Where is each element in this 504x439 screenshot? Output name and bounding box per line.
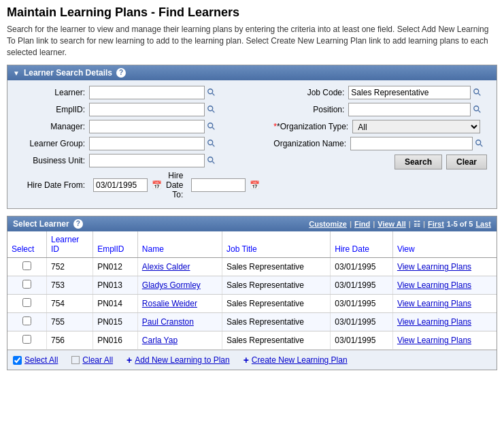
select-all-item: Select All [13,355,58,365]
clear-button[interactable]: Clear [446,155,487,169]
cell-view-link[interactable]: View Learning Plans [397,336,471,345]
svg-point-14 [476,140,481,145]
find-link[interactable]: Find [354,220,370,228]
job-code-lookup-icon[interactable] [472,87,483,98]
row-checkbox-0[interactable] [22,261,31,270]
learner-lookup-icon[interactable] [206,87,217,98]
pagination-info: 1-5 of 5 [447,220,473,228]
cell-job-title: Sales Representative [222,276,330,295]
first-link[interactable]: First [428,220,444,228]
cell-hire-date: 03/01/1995 [331,331,393,350]
cell-name-link[interactable]: Alexis Calder [142,262,190,272]
emplid-input[interactable] [89,103,205,116]
org-type-select[interactable]: All Department Business Unit [352,120,480,133]
org-type-row: *Organization Type: All Department Busin… [273,120,490,133]
cell-emplid: PN016 [93,331,138,350]
search-header: ▼ Learner Search Details ? [7,65,497,80]
learner-section: Select Learner ? Customize | Find | View… [7,216,497,370]
search-button[interactable]: Search [394,155,442,169]
row-checkbox-4[interactable] [22,335,31,344]
svg-line-3 [212,111,214,113]
learner-input[interactable] [89,86,205,99]
row-checkbox-3[interactable] [22,316,31,325]
svg-point-10 [474,89,479,94]
cell-learner-id: 753 [47,276,93,295]
cell-name-link[interactable]: Paul Cranston [142,317,194,327]
cell-hire-date: 03/01/1995 [331,276,393,295]
cell-learner-id: 754 [47,295,93,313]
business-unit-lookup-icon[interactable] [206,155,217,166]
svg-line-13 [479,111,481,113]
search-buttons: Search Clear [273,155,490,169]
manager-label: Manager: [14,122,89,131]
add-new-learning-item: + Add New Learning to Plan [127,355,230,365]
search-help-icon[interactable]: ? [116,68,126,78]
collapse-icon[interactable]: ▼ [13,69,20,77]
hire-date-row: Hire Date From: 📅 Hire Date To: 📅 [14,171,260,199]
learner-help-icon[interactable]: ? [73,219,83,229]
create-new-plan-item: + Create New Learning Plan [243,355,348,365]
cell-view-link[interactable]: View Learning Plans [397,262,471,272]
customize-link[interactable]: Customize [309,220,347,228]
cell-job-title: Sales Representative [222,258,330,276]
hire-date-to-calendar-icon[interactable]: 📅 [250,180,260,190]
svg-point-8 [208,157,213,162]
org-type-label: *Organization Type: [273,122,352,131]
manager-input-wrap [89,120,217,133]
org-name-lookup-icon[interactable] [474,138,485,149]
learner-label: Learner: [14,88,89,97]
create-new-plan-link[interactable]: Create New Learning Plan [252,355,348,365]
last-link[interactable]: Last [475,220,491,228]
svg-point-2 [208,106,213,111]
learner-group-input[interactable] [89,137,205,150]
add-new-learning-link[interactable]: Add New Learning to Plan [135,355,229,365]
row-checkbox-1[interactable] [22,280,31,289]
table-row: 753 PN013 Gladys Gormley Sales Represent… [7,276,497,295]
table-row: 754 PN014 Rosalie Weider Sales Represent… [7,295,497,313]
select-all-checkbox[interactable] [13,356,22,365]
cell-view-link[interactable]: View Learning Plans [397,280,471,290]
cell-name-link[interactable]: Gladys Gormley [142,280,201,290]
page-description: Search for the learner to view and manag… [7,24,497,58]
emplid-lookup-icon[interactable] [206,104,217,115]
clear-all-icon [71,356,80,364]
cell-job-title: Sales Representative [222,313,330,331]
grid-icon[interactable]: ☷ [414,220,420,229]
search-section: ▼ Learner Search Details ? Learner: [7,65,497,209]
select-all-link[interactable]: Select All [24,355,58,365]
job-code-input[interactable] [348,86,471,99]
cell-name-link[interactable]: Rosalie Weider [142,299,197,308]
cell-hire-date: 03/01/1995 [331,295,393,313]
learner-header-right: Customize | Find | View All | ☷ | First … [309,220,491,229]
position-input[interactable] [348,103,471,116]
org-name-row: Organization Name: [273,137,490,150]
job-code-input-wrap [348,86,483,99]
hire-date-from-label: Hire Date From: [14,180,89,190]
learner-header-label: Select Learner [13,219,69,229]
row-checkbox-2[interactable] [22,298,31,307]
cell-view-link[interactable]: View Learning Plans [397,299,471,308]
learner-group-row: Learner Group: [14,137,260,150]
svg-line-9 [212,162,214,164]
manager-lookup-icon[interactable] [206,121,217,132]
learner-header: Select Learner ? Customize | Find | View… [7,216,497,231]
svg-line-11 [479,94,481,96]
table-header: Select LearnerID EmplID Name Job Title H… [7,231,497,258]
search-header-label: Learner Search Details [24,68,112,78]
position-lookup-icon[interactable] [472,104,483,115]
col-job-title: Job Title [222,231,330,258]
business-unit-input[interactable] [89,154,205,167]
manager-input[interactable] [89,120,205,133]
hire-date-from-input[interactable] [93,178,148,192]
org-name-input[interactable] [350,137,473,150]
learner-group-lookup-icon[interactable] [206,138,217,149]
cell-name-link[interactable]: Carla Yap [142,336,178,345]
view-all-link[interactable]: View All [377,220,406,228]
hire-date-from-calendar-icon[interactable]: 📅 [152,180,162,190]
cell-view-link[interactable]: View Learning Plans [397,317,471,327]
clear-all-item: Clear All [71,355,113,365]
hire-date-to-input[interactable] [191,178,246,192]
cell-emplid: PN013 [93,276,138,295]
clear-all-link[interactable]: Clear All [82,355,113,365]
cell-learner-id: 755 [47,313,93,331]
